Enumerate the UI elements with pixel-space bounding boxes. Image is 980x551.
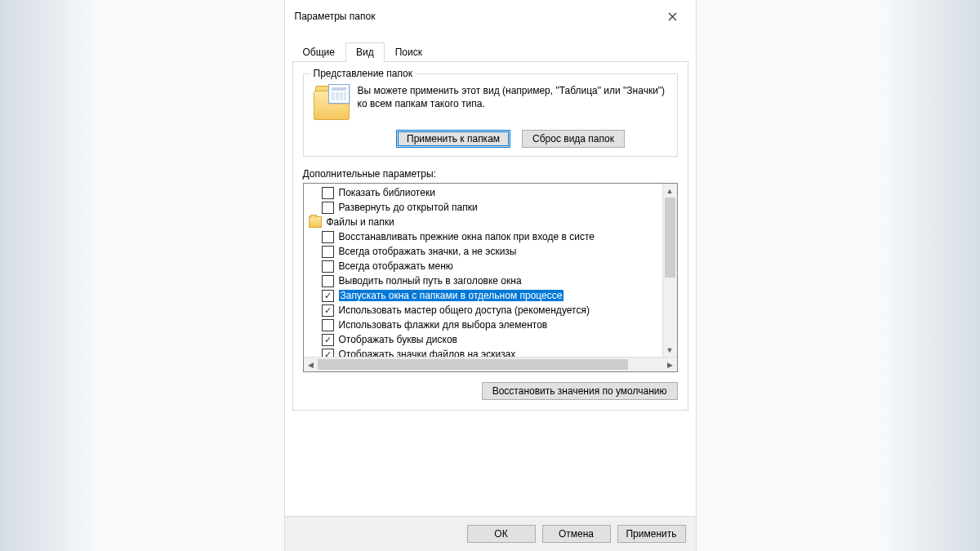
- vertical-scrollbar[interactable]: ▲ ▼: [662, 184, 677, 357]
- close-button[interactable]: [657, 7, 689, 26]
- setting-label: Использовать флажки для выбора элементов: [339, 319, 548, 331]
- scroll-thumb[interactable]: [665, 198, 675, 278]
- setting-label: Показать библиотеки: [339, 187, 435, 198]
- setting-label: Восстанавливать прежние окна папок при в…: [339, 231, 595, 242]
- setting-item[interactable]: Использовать флажки для выбора элементов: [304, 318, 662, 332]
- checkbox[interactable]: [322, 231, 334, 243]
- setting-label: Развернуть до открытой папки: [339, 202, 478, 213]
- checkbox[interactable]: [322, 275, 334, 287]
- checkbox[interactable]: ✓: [322, 290, 334, 302]
- tab-strip: Общие Вид Поиск: [292, 42, 688, 62]
- restore-defaults-button[interactable]: Восстановить значения по умолчанию: [482, 382, 678, 400]
- folder-options-dialog: Параметры папок Общие Вид Поиск Представ…: [284, 0, 697, 551]
- setting-item[interactable]: ✓Использовать мастер общего доступа (рек…: [304, 303, 662, 318]
- scroll-down-icon[interactable]: ▼: [663, 343, 677, 357]
- apply-button[interactable]: Применить: [617, 525, 686, 543]
- setting-item[interactable]: Всегда отображать меню: [304, 259, 662, 273]
- setting-item[interactable]: ✓Отображать значки файлов на эскизах: [304, 347, 662, 357]
- setting-item[interactable]: ✓Запускать окна с папками в отдельном пр…: [304, 288, 662, 303]
- scroll-right-icon[interactable]: ▶: [663, 358, 677, 371]
- folder-icon: [309, 216, 322, 228]
- setting-item[interactable]: Развернуть до открытой папки: [304, 200, 662, 215]
- scroll-left-icon[interactable]: ◀: [304, 358, 318, 371]
- checkbox[interactable]: [322, 319, 334, 331]
- setting-item[interactable]: Всегда отображать значки, а не эскизы: [304, 244, 662, 259]
- cancel-button[interactable]: Отмена: [542, 525, 611, 543]
- tab-general[interactable]: Общие: [292, 42, 345, 61]
- checkbox[interactable]: [322, 246, 334, 258]
- tab-view[interactable]: Вид: [345, 42, 385, 62]
- checkbox[interactable]: ✓: [322, 304, 334, 317]
- setting-label: Использовать мастер общего доступа (реко…: [339, 304, 590, 316]
- checkbox[interactable]: [322, 187, 334, 199]
- window-title: Параметры папок: [295, 11, 376, 22]
- scroll-up-icon[interactable]: ▲: [663, 184, 677, 198]
- setting-label: Отображать значки файлов на эскизах: [339, 349, 516, 357]
- setting-item[interactable]: Восстанавливать прежние окна папок при в…: [304, 229, 662, 244]
- setting-item[interactable]: ✓Отображать буквы дисков: [304, 332, 662, 347]
- tab-search[interactable]: Поиск: [385, 42, 433, 61]
- folder-views-group: Представление папок Вы можете применить …: [303, 73, 678, 157]
- setting-label: Файлы и папки: [327, 216, 394, 228]
- checkbox[interactable]: ✓: [322, 349, 334, 358]
- dialog-footer: ОК Отмена Применить: [285, 516, 696, 551]
- horizontal-scrollbar[interactable]: ◀ ▶: [304, 357, 677, 371]
- checkbox[interactable]: ✓: [322, 334, 334, 346]
- setting-item[interactable]: Показать библиотеки: [304, 185, 662, 200]
- titlebar: Параметры папок: [285, 0, 696, 33]
- setting-label: Выводить полный путь в заголовке окна: [339, 275, 522, 287]
- checkbox[interactable]: [322, 202, 334, 214]
- checkbox[interactable]: [322, 260, 334, 273]
- hscroll-thumb[interactable]: [318, 359, 629, 370]
- setting-label: Всегда отображать меню: [339, 260, 453, 272]
- apply-to-folders-button[interactable]: Применить к папкам: [396, 130, 510, 148]
- ok-button[interactable]: ОК: [467, 525, 536, 543]
- setting-label: Всегда отображать значки, а не эскизы: [339, 246, 517, 257]
- folder-view-icon: [314, 86, 348, 120]
- setting-item[interactable]: Выводить полный путь в заголовке окна: [304, 273, 662, 288]
- advanced-settings-list: Показать библиотекиРазвернуть до открыто…: [303, 183, 678, 372]
- tab-panel-view: Представление папок Вы можете применить …: [292, 62, 688, 411]
- setting-label: Отображать буквы дисков: [339, 334, 457, 345]
- group-description: Вы можете применить этот вид (например, …: [358, 84, 669, 120]
- tree-group-header: Файлы и папки: [304, 215, 662, 229]
- advanced-settings-label: Дополнительные параметры:: [303, 168, 678, 180]
- reset-folders-button[interactable]: Сброс вида папок: [522, 130, 625, 148]
- group-title: Представление папок: [310, 68, 416, 79]
- setting-label: Запускать окна с папками в отдельном про…: [339, 290, 564, 301]
